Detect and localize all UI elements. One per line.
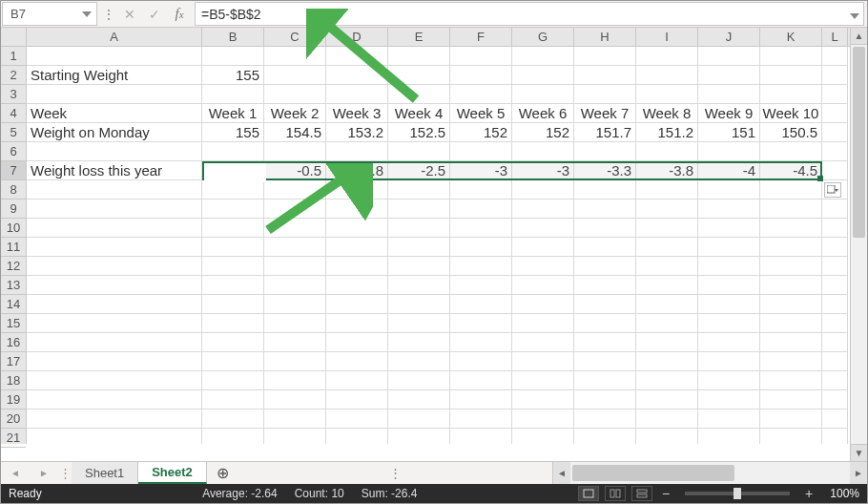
cell-K17[interactable] xyxy=(760,352,822,371)
row-header-11[interactable]: 11 xyxy=(1,238,26,257)
cell-A14[interactable] xyxy=(27,295,202,314)
cell-B1[interactable] xyxy=(202,47,264,66)
view-normal-button[interactable] xyxy=(578,486,599,501)
cell-D8[interactable] xyxy=(326,180,388,200)
cell-C18[interactable] xyxy=(264,371,326,390)
cell-C1[interactable] xyxy=(264,47,326,66)
cell-E6[interactable] xyxy=(388,142,450,161)
cell-I11[interactable] xyxy=(636,238,698,257)
vertical-scroll-thumb[interactable] xyxy=(853,47,865,238)
cell-L20[interactable] xyxy=(822,410,848,429)
cell-G19[interactable] xyxy=(512,390,574,410)
cell-L7[interactable] xyxy=(822,161,848,180)
cell-J1[interactable] xyxy=(698,47,760,66)
formula-expand-icon[interactable] xyxy=(850,7,859,22)
cell-L18[interactable] xyxy=(822,371,848,390)
cell-E18[interactable] xyxy=(388,371,450,390)
cell-H9[interactable] xyxy=(574,200,636,219)
cell-F15[interactable] xyxy=(450,314,512,333)
cell-G16[interactable] xyxy=(512,333,574,352)
column-header-G[interactable]: G xyxy=(512,28,574,46)
cell-F19[interactable] xyxy=(450,390,512,410)
cell-A4[interactable]: Week xyxy=(27,104,202,123)
column-header-B[interactable]: B xyxy=(202,28,264,46)
cell-E14[interactable] xyxy=(388,295,450,314)
cell-B2[interactable]: 155 xyxy=(202,66,264,85)
cell-G13[interactable] xyxy=(512,276,574,295)
cell-J14[interactable] xyxy=(698,295,760,314)
cell-B11[interactable] xyxy=(202,238,264,257)
cell-I9[interactable] xyxy=(636,200,698,219)
hscroll-track[interactable] xyxy=(570,462,850,484)
cell-C4[interactable]: Week 2 xyxy=(264,104,326,123)
cell-L6[interactable] xyxy=(822,142,848,161)
cell-G8[interactable] xyxy=(512,180,574,200)
row-header-12[interactable]: 12 xyxy=(1,257,26,276)
scroll-down-button[interactable]: ▼ xyxy=(851,444,867,461)
cell-K1[interactable] xyxy=(760,47,822,66)
cell-L12[interactable] xyxy=(822,257,848,276)
cell-J2[interactable] xyxy=(698,66,760,85)
cell-I10[interactable] xyxy=(636,219,698,238)
cell-D7[interactable]: -1.8 xyxy=(326,161,388,180)
cell-B19[interactable] xyxy=(202,390,264,410)
cell-K3[interactable] xyxy=(760,85,822,104)
cells-area[interactable]: Starting Weight155WeekWeek 1Week 2Week 3… xyxy=(27,47,850,444)
cell-D21[interactable] xyxy=(326,429,388,444)
cell-E17[interactable] xyxy=(388,352,450,371)
cell-B9[interactable] xyxy=(202,200,264,219)
cell-F2[interactable] xyxy=(450,66,512,85)
cell-I20[interactable] xyxy=(636,410,698,429)
sheet-tab-0[interactable]: Sheet1 xyxy=(72,462,138,484)
cell-B20[interactable] xyxy=(202,410,264,429)
cell-H19[interactable] xyxy=(574,390,636,410)
cell-A13[interactable] xyxy=(27,276,202,295)
cell-G21[interactable] xyxy=(512,429,574,444)
cell-E5[interactable]: 152.5 xyxy=(388,123,450,142)
cell-K19[interactable] xyxy=(760,390,822,410)
cell-A10[interactable] xyxy=(27,219,202,238)
cell-A16[interactable] xyxy=(27,333,202,352)
cell-F17[interactable] xyxy=(450,352,512,371)
cell-D15[interactable] xyxy=(326,314,388,333)
cell-E16[interactable] xyxy=(388,333,450,352)
cell-I6[interactable] xyxy=(636,142,698,161)
cell-H2[interactable] xyxy=(574,66,636,85)
cell-E15[interactable] xyxy=(388,314,450,333)
cell-B18[interactable] xyxy=(202,371,264,390)
cell-L2[interactable] xyxy=(822,66,848,85)
cell-K8[interactable] xyxy=(760,180,822,200)
cell-A17[interactable] xyxy=(27,352,202,371)
cell-C11[interactable] xyxy=(264,238,326,257)
cell-F8[interactable] xyxy=(450,180,512,200)
cell-D5[interactable]: 153.2 xyxy=(326,123,388,142)
cell-E10[interactable] xyxy=(388,219,450,238)
row-header-17[interactable]: 17 xyxy=(1,352,26,371)
cell-E11[interactable] xyxy=(388,238,450,257)
cell-H4[interactable]: Week 7 xyxy=(574,104,636,123)
cell-H8[interactable] xyxy=(574,180,636,200)
cell-C19[interactable] xyxy=(264,390,326,410)
new-sheet-button[interactable]: ⊕ xyxy=(207,462,239,484)
cell-E4[interactable]: Week 4 xyxy=(388,104,450,123)
select-all-corner[interactable] xyxy=(1,28,27,47)
cell-L14[interactable] xyxy=(822,295,848,314)
cell-I18[interactable] xyxy=(636,371,698,390)
cell-F12[interactable] xyxy=(450,257,512,276)
cell-I8[interactable] xyxy=(636,180,698,200)
cell-C13[interactable] xyxy=(264,276,326,295)
column-header-L[interactable]: L xyxy=(822,28,848,46)
cell-B6[interactable] xyxy=(202,142,264,161)
cell-E20[interactable] xyxy=(388,410,450,429)
cell-G12[interactable] xyxy=(512,257,574,276)
column-header-C[interactable]: C xyxy=(264,28,326,46)
cell-H13[interactable] xyxy=(574,276,636,295)
zoom-out-button[interactable]: − xyxy=(658,486,673,501)
cell-H12[interactable] xyxy=(574,257,636,276)
cell-D13[interactable] xyxy=(326,276,388,295)
cell-C8[interactable] xyxy=(264,180,326,200)
cell-L10[interactable] xyxy=(822,219,848,238)
cell-E7[interactable]: -2.5 xyxy=(388,161,450,180)
cell-J20[interactable] xyxy=(698,410,760,429)
cell-C14[interactable] xyxy=(264,295,326,314)
